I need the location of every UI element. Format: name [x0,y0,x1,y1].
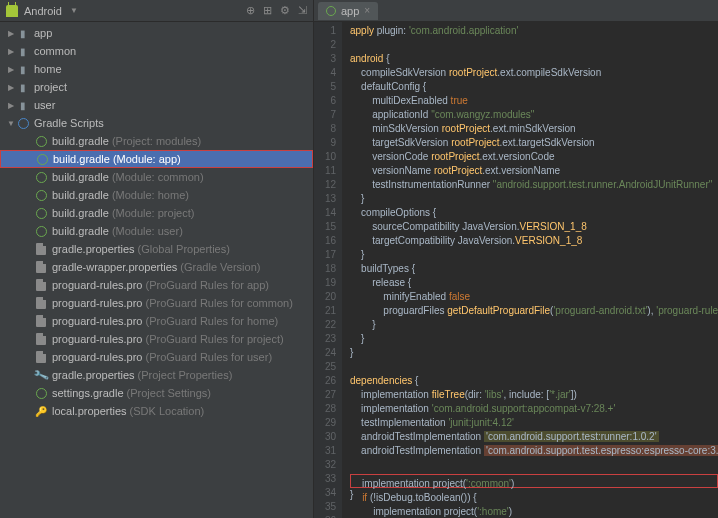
node-suffix: (Global Properties) [138,243,230,255]
expand-icon[interactable]: ▼ [6,119,16,128]
project-sidebar: Android ▼ ⊕⊞⚙⇲ ▶▮app▶▮common▶▮home▶▮proj… [0,0,314,518]
code-line[interactable]: } [350,248,718,262]
expand-icon[interactable]: ▶ [6,47,16,56]
code-line[interactable]: buildTypes { [350,262,718,276]
folder-icon: ▮ [16,26,30,40]
tree-node[interactable]: build.gradle(Module: common) [0,168,313,186]
expand-icon[interactable]: ▶ [6,65,16,74]
node-suffix: (Gradle Version) [180,261,260,273]
node-label: build.gradle [52,225,109,237]
tree-node[interactable]: 🔧gradle.properties(Project Properties) [0,366,313,384]
node-suffix: (Module: app) [113,153,181,165]
node-label: gradle.properties [52,369,135,381]
dropdown-icon[interactable]: ▼ [70,6,78,15]
node-suffix: (Project Properties) [138,369,233,381]
code-line[interactable]: testImplementation 'junit:junit:4.12' [350,416,718,430]
node-label: Gradle Scripts [34,117,104,129]
code-line[interactable]: compileOptions { [350,206,718,220]
tree-node[interactable]: 🔑local.properties(SDK Location) [0,402,313,420]
code-line[interactable]: release { [350,276,718,290]
gradle-icon [34,386,48,400]
code-line[interactable]: dependencies { [350,374,718,388]
code-line[interactable] [350,38,718,52]
editor-pane: app × 1234567891011121314151617181920212… [314,0,718,518]
code-content[interactable]: apply plugin: 'com.android.application' … [342,22,718,518]
tree-node[interactable]: build.gradle(Module: project) [0,204,313,222]
code-line[interactable]: } [350,192,718,206]
expand-icon[interactable]: ▶ [6,83,16,92]
code-line[interactable]: targetCompatibility JavaVersion.VERSION_… [350,234,718,248]
tree-node[interactable]: build.gradle(Module: user) [0,222,313,240]
node-label: local.properties [52,405,127,417]
toolbar-button[interactable]: ⇲ [298,4,307,17]
tree-node[interactable]: build.gradle(Project: modules) [0,132,313,150]
tree-node[interactable]: proguard-rules.pro(ProGuard Rules for ap… [0,276,313,294]
code-line[interactable]: } [350,318,718,332]
code-line[interactable]: apply plugin: 'com.android.application' [350,24,718,38]
file-icon [34,332,48,346]
gradle-icon [34,188,48,202]
gradle-icon [35,152,49,166]
tree-node[interactable]: ▶▮app [0,24,313,42]
gradle-icon [326,6,336,16]
code-line[interactable]: implementation fileTree(dir: 'libs', inc… [350,388,718,402]
code-line[interactable]: minifyEnabled false [350,290,718,304]
tree-node[interactable]: proguard-rules.pro(ProGuard Rules for co… [0,294,313,312]
code-line[interactable]: androidTestImplementation 'com.android.s… [350,430,718,444]
file-icon [34,242,48,256]
node-label: build.gradle [52,189,109,201]
code-area[interactable]: 1234567891011121314151617181920212223242… [314,22,718,518]
node-suffix: (Module: home) [112,189,189,201]
tree-node[interactable]: build.gradle(Module: app) [0,150,313,168]
code-line[interactable]: proguardFiles getDefaultProguardFile('pr… [350,304,718,318]
project-tree[interactable]: ▶▮app▶▮common▶▮home▶▮project▶▮user▼Gradl… [0,22,313,518]
tree-node[interactable]: ▶▮project [0,78,313,96]
code-line[interactable]: testInstrumentationRunner "android.suppo… [350,178,718,192]
code-line[interactable]: multiDexEnabled true [350,94,718,108]
tree-node[interactable]: ▶▮common [0,42,313,60]
code-line[interactable]: defaultConfig { [350,80,718,94]
tree-node[interactable]: proguard-rules.pro(ProGuard Rules for pr… [0,330,313,348]
code-line[interactable]: versionCode rootProject.ext.versionCode [350,150,718,164]
code-line[interactable] [350,360,718,374]
node-label: proguard-rules.pro [52,297,143,309]
folder-icon: ▮ [16,62,30,76]
expand-icon[interactable]: ▶ [6,101,16,110]
line-gutter: 1234567891011121314151617181920212223242… [314,22,342,518]
node-suffix: (SDK Location) [130,405,205,417]
code-line[interactable]: sourceCompatibility JavaVersion.VERSION_… [350,220,718,234]
code-line[interactable]: minSdkVersion rootProject.ext.minSdkVers… [350,122,718,136]
tree-node[interactable]: proguard-rules.pro(ProGuard Rules for ho… [0,312,313,330]
code-line[interactable]: androidTestImplementation 'com.android.s… [350,444,718,458]
code-line[interactable]: compileSdkVersion rootProject.ext.compil… [350,66,718,80]
tree-node[interactable]: proguard-rules.pro(ProGuard Rules for us… [0,348,313,366]
node-label: common [34,45,76,57]
android-icon [6,5,18,17]
expand-icon[interactable]: ▶ [6,29,16,38]
tree-node[interactable]: ▶▮home [0,60,313,78]
tree-node[interactable]: gradle.properties(Global Properties) [0,240,313,258]
node-suffix: (ProGuard Rules for app) [146,279,270,291]
close-icon[interactable]: × [364,5,370,16]
toolbar-button[interactable]: ⊕ [246,4,255,17]
code-line[interactable]: } [350,346,718,360]
node-suffix: (Module: user) [112,225,183,237]
tree-node[interactable]: build.gradle(Module: home) [0,186,313,204]
tree-node[interactable]: ▶▮user [0,96,313,114]
code-line[interactable]: } [350,332,718,346]
gradle-icon [16,116,30,130]
code-line[interactable]: targetSdkVersion rootProject.ext.targetS… [350,136,718,150]
code-line[interactable]: implementation 'com.android.support:appc… [350,402,718,416]
node-label: build.gradle [52,171,109,183]
sidebar-tools: ⊕⊞⚙⇲ [246,4,307,17]
tree-node[interactable]: settings.gradle(Project Settings) [0,384,313,402]
node-suffix: (ProGuard Rules for common) [146,297,293,309]
toolbar-button[interactable]: ⚙ [280,4,290,17]
tree-node[interactable]: gradle-wrapper.properties(Gradle Version… [0,258,313,276]
toolbar-button[interactable]: ⊞ [263,4,272,17]
code-line[interactable]: applicationId "com.wangyz.modules" [350,108,718,122]
tree-node[interactable]: ▼Gradle Scripts [0,114,313,132]
code-line[interactable]: versionName rootProject.ext.versionName [350,164,718,178]
editor-tab-app[interactable]: app × [318,2,378,20]
code-line[interactable]: android { [350,52,718,66]
